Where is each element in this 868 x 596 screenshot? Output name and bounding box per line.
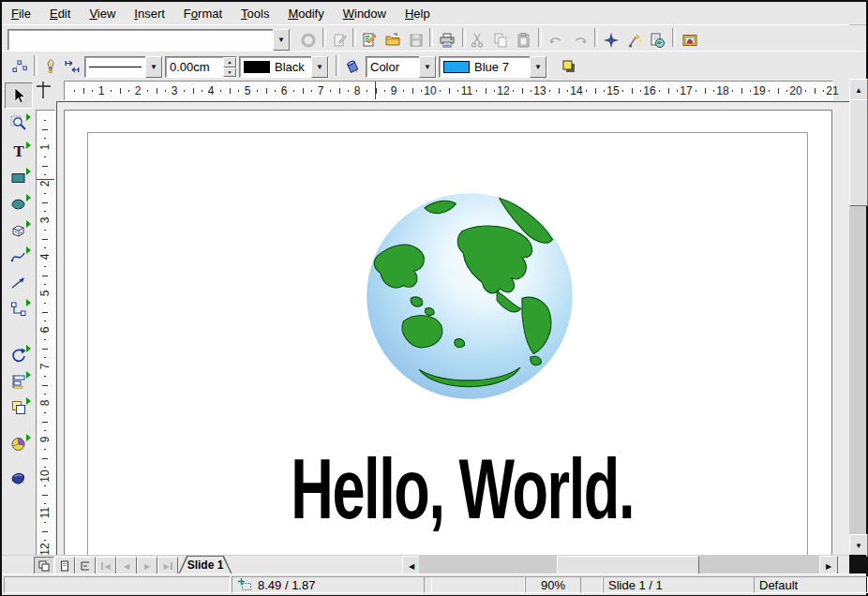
alignment-tool[interactable] xyxy=(5,368,33,395)
layer-view-button[interactable] xyxy=(75,557,96,575)
tab-slide-1-label: Slide 1 xyxy=(178,556,232,574)
autopilot-button[interactable] xyxy=(622,28,646,52)
chevron-down-icon: ▼ xyxy=(534,63,542,71)
spin-down-icon[interactable]: ▼ xyxy=(223,67,236,78)
cut-icon xyxy=(470,32,486,49)
line-width-value[interactable]: 0.00cm xyxy=(166,57,223,77)
copy-icon xyxy=(492,32,509,49)
scroll-down-button[interactable]: ▼ xyxy=(849,534,868,557)
line-dialog-button[interactable] xyxy=(39,54,62,79)
menu-insert[interactable]: Insert xyxy=(125,4,174,23)
arrange-tool[interactable] xyxy=(5,395,33,421)
rectangle-tool[interactable] xyxy=(5,165,33,191)
3d-objects-tool[interactable] xyxy=(5,217,33,244)
fill-type-value[interactable]: Color xyxy=(367,57,419,77)
vruler-number: 3 xyxy=(38,217,52,224)
url-combo-value[interactable] xyxy=(8,30,273,50)
navigator-button[interactable] xyxy=(599,28,623,52)
paste-icon xyxy=(516,32,532,49)
new-document-button[interactable] xyxy=(357,28,382,52)
shadow-button[interactable] xyxy=(557,54,581,79)
effects-tool[interactable] xyxy=(5,467,33,493)
slide-title-textbox[interactable]: Hello, World. xyxy=(66,440,849,544)
hscroll-right-icon: ▶ xyxy=(826,562,831,571)
insert-tool[interactable] xyxy=(5,431,33,457)
area-dialog-button[interactable] xyxy=(341,54,364,79)
edit-points-button[interactable] xyxy=(7,54,32,79)
lines-arrows-tool[interactable] xyxy=(5,270,33,296)
undo-button xyxy=(543,28,568,52)
cursor-position-value: 8.49 / 1.87 xyxy=(258,578,315,592)
select-tool[interactable] xyxy=(5,82,33,109)
menu-format[interactable]: Format xyxy=(174,4,232,23)
fill-type-combo[interactable]: Color ▼ xyxy=(366,56,437,78)
cursor-position-panel[interactable]: 8.49 / 1.87 xyxy=(232,576,432,593)
fill-color-dropdown-button[interactable]: ▼ xyxy=(530,56,546,78)
slide-view-button[interactable] xyxy=(34,557,54,575)
open-button[interactable] xyxy=(381,28,405,52)
arrow-ends-icon xyxy=(64,58,81,75)
rectangle-icon xyxy=(9,169,28,187)
horizontal-ruler[interactable]: 123456789101112131415161718192021 xyxy=(56,79,849,101)
text-tool[interactable]: T xyxy=(5,139,33,165)
slide-indicator-panel[interactable]: Slide 1 / 1 xyxy=(603,576,755,593)
window-resize-grip[interactable] xyxy=(849,555,866,574)
page-style-value: Default xyxy=(759,578,798,592)
web-document-button[interactable] xyxy=(645,28,669,52)
menu-window[interactable]: Window xyxy=(334,4,396,23)
page-style-panel[interactable]: Default xyxy=(754,576,868,593)
master-view-button[interactable] xyxy=(54,557,75,575)
vertical-scrollbar-thumb[interactable] xyxy=(849,99,868,206)
menu-help[interactable]: Help xyxy=(396,4,440,23)
vruler-number: 7 xyxy=(38,364,52,370)
fill-type-dropdown-button[interactable]: ▼ xyxy=(419,56,436,78)
vertical-scrollbar[interactable]: ▲ ▼ xyxy=(849,79,866,555)
rotate-tool[interactable] xyxy=(5,342,33,368)
gallery-picture-icon xyxy=(681,32,698,49)
separator xyxy=(462,28,466,47)
menu-tools[interactable]: Tools xyxy=(232,4,278,23)
scroll-up-button[interactable]: ▲ xyxy=(849,79,868,101)
line-arrow-icon xyxy=(9,274,28,292)
tab-slide-1[interactable]: Slide 1 xyxy=(178,556,232,574)
line-style-value[interactable] xyxy=(85,57,145,77)
menu-view[interactable]: View xyxy=(80,4,125,23)
last-slide-button: ▶ xyxy=(157,557,178,575)
undo-icon xyxy=(547,32,564,49)
vruler-number: 9 xyxy=(38,437,52,443)
line-width-spinner[interactable]: 0.00cm ▲ ▼ xyxy=(165,56,237,78)
spin-up-icon[interactable]: ▲ xyxy=(223,57,236,67)
url-combo-dropdown-button[interactable]: ▼ xyxy=(273,29,290,51)
hruler-number: 20 xyxy=(789,84,801,97)
zoom-tool[interactable] xyxy=(5,111,33,137)
menu-edit[interactable]: Edit xyxy=(40,4,80,23)
menu-modify[interactable]: Modify xyxy=(278,4,333,23)
gallery-button[interactable] xyxy=(678,28,702,52)
globe-image[interactable] xyxy=(365,190,575,402)
drawing-canvas[interactable]: Hello, World. xyxy=(56,101,849,555)
line-width-spin-buttons[interactable]: ▲ ▼ xyxy=(223,57,236,77)
url-combo[interactable]: ▼ xyxy=(7,29,291,51)
vertical-ruler[interactable]: 123456789101112 xyxy=(34,101,56,555)
arrow-style-button[interactable] xyxy=(61,54,83,79)
open-folder-icon xyxy=(384,32,401,49)
line-color-combo[interactable]: Black ▼ xyxy=(239,56,329,78)
fill-color-combo[interactable]: Blue 7 ▼ xyxy=(439,56,547,78)
3d-effects-icon xyxy=(9,470,28,489)
print-button[interactable] xyxy=(434,28,460,52)
ellipse-tool[interactable] xyxy=(5,191,33,217)
flyout-indicator xyxy=(26,371,31,379)
line-style-combo[interactable]: ▼ xyxy=(84,56,163,78)
connector-tool[interactable] xyxy=(5,296,33,322)
function-bar: ▼ xyxy=(2,24,849,52)
line-color-dropdown-button[interactable]: ▼ xyxy=(311,56,328,78)
zoom-panel[interactable]: 90% xyxy=(525,576,581,593)
horizontal-scrollbar[interactable] xyxy=(419,556,819,574)
separator xyxy=(352,28,356,47)
flyout-indicator xyxy=(26,113,31,121)
menu-file[interactable]: File xyxy=(2,4,40,23)
alignment-icon xyxy=(9,372,28,391)
ruler-origin-cross-icon xyxy=(34,79,56,101)
curve-tool[interactable] xyxy=(5,244,33,270)
line-style-dropdown-button[interactable]: ▼ xyxy=(145,56,162,78)
